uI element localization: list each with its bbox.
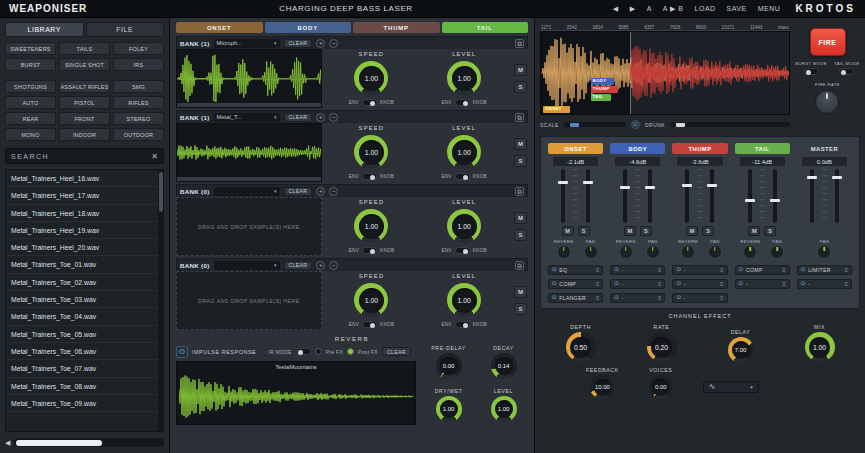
burst-mode-toggle[interactable] bbox=[804, 68, 819, 75]
fx-slot[interactable]: ⏻ - ≡ bbox=[797, 279, 852, 289]
tail-mode-toggle[interactable] bbox=[839, 68, 854, 75]
env-knob-toggle[interactable] bbox=[455, 247, 470, 254]
channel-faders[interactable] bbox=[810, 169, 839, 223]
depth-knob[interactable]: 0.50 bbox=[566, 332, 596, 362]
env-knob-toggle[interactable] bbox=[362, 321, 377, 328]
menu-icon[interactable]: ≡ bbox=[720, 267, 724, 273]
file-item[interactable]: Metal_Trainers_Toe_04.wav bbox=[6, 308, 163, 325]
drunk-power-button[interactable]: ⏻ bbox=[631, 120, 640, 129]
channel-mute-button[interactable]: M bbox=[748, 226, 760, 236]
category-button[interactable]: SINGLE SHOT bbox=[59, 58, 110, 71]
power-icon[interactable]: ⏻ bbox=[552, 267, 556, 273]
channel-header[interactable]: TAIL bbox=[735, 143, 790, 154]
category-button[interactable]: TAILS bbox=[59, 42, 110, 55]
sample-waveform[interactable] bbox=[176, 123, 322, 182]
category-button[interactable]: IRS bbox=[113, 58, 164, 71]
impulse-response-display[interactable]: TeslaMountains bbox=[176, 361, 416, 425]
remove-sample-icon[interactable]: − bbox=[329, 39, 338, 48]
add-sample-icon[interactable]: + bbox=[316, 39, 325, 48]
ir-clear-button[interactable]: CLEAR bbox=[382, 347, 411, 356]
tab-library[interactable]: LIBRARY bbox=[5, 22, 84, 37]
drunk-slider-thumb[interactable] bbox=[676, 123, 685, 127]
engine-tab[interactable]: TAIL bbox=[442, 22, 529, 33]
menu-icon[interactable]: ≡ bbox=[782, 267, 786, 273]
engine-tab[interactable]: ONSET bbox=[176, 22, 263, 33]
fx-slot[interactable]: ⏻ - ≡ bbox=[672, 265, 727, 275]
scale-slider[interactable] bbox=[564, 122, 626, 127]
file-item[interactable]: Metal_Trainers_Toe_01.wav bbox=[6, 256, 163, 273]
speed-knob[interactable]: 1.00 bbox=[354, 209, 388, 243]
category-button[interactable]: INDOOR bbox=[59, 128, 110, 141]
power-icon[interactable]: ⏻ bbox=[676, 295, 680, 301]
remove-sample-icon[interactable]: − bbox=[329, 261, 338, 270]
env-knob-toggle[interactable] bbox=[362, 247, 377, 254]
pre-delay-knob[interactable]: 0.00 bbox=[436, 353, 462, 379]
fx-slot[interactable]: ⏻ - ≡ bbox=[610, 279, 665, 289]
region-chip-onset[interactable]: ONSET bbox=[543, 106, 570, 113]
channel-header[interactable]: BODY bbox=[610, 143, 665, 154]
feedback-knob[interactable]: 10.00 bbox=[590, 375, 614, 399]
solo-button[interactable]: S bbox=[514, 229, 527, 241]
menu-icon[interactable]: ≡ bbox=[720, 281, 724, 287]
region-chip-tail[interactable]: TAIL bbox=[591, 94, 612, 101]
save-button[interactable]: SAVE bbox=[727, 5, 747, 12]
file-item[interactable]: Metal_Trainers_Toe_08.wav bbox=[6, 378, 163, 395]
level-knob[interactable]: 1.00 bbox=[447, 61, 481, 95]
ir-mode-toggle[interactable] bbox=[296, 348, 311, 355]
add-sample-icon[interactable]: + bbox=[316, 261, 325, 270]
fx-slot[interactable]: ⏻ - ≡ bbox=[672, 293, 727, 303]
pan-knob[interactable] bbox=[770, 245, 784, 259]
timeline-display[interactable]: BODY THUMP TAIL ONSET bbox=[540, 31, 790, 115]
power-icon[interactable]: ⏻ bbox=[801, 281, 805, 287]
reverb-send-knob[interactable] bbox=[681, 245, 695, 259]
list-scrollbar-thumb[interactable] bbox=[159, 172, 163, 212]
menu-icon[interactable]: ≡ bbox=[782, 281, 786, 287]
mute-button[interactable]: M bbox=[514, 212, 527, 224]
category-button[interactable]: SHOTGUNS bbox=[5, 80, 56, 93]
reverb-level-knob[interactable]: 1.00 bbox=[491, 396, 517, 422]
category-button[interactable]: SMG bbox=[113, 80, 164, 93]
channel-solo-button[interactable]: S bbox=[578, 226, 590, 236]
menu-icon[interactable]: ≡ bbox=[844, 267, 848, 273]
menu-icon[interactable]: ≡ bbox=[658, 267, 662, 273]
add-sample-icon[interactable]: + bbox=[316, 187, 325, 196]
clear-button[interactable]: CLEAR bbox=[284, 261, 313, 270]
region-chip-thump[interactable]: THUMP bbox=[591, 86, 618, 93]
power-icon[interactable]: ⏻ bbox=[614, 295, 618, 301]
power-icon[interactable]: ⏻ bbox=[552, 281, 556, 287]
fx-slot[interactable]: ⏻ COMP ≡ bbox=[548, 279, 603, 289]
expand-icon[interactable]: ⧉ bbox=[515, 39, 524, 48]
load-button[interactable]: LOAD bbox=[695, 5, 716, 12]
expand-icon[interactable]: ⧉ bbox=[515, 113, 524, 122]
fx-slot[interactable]: ⏻ LIMITER ≡ bbox=[797, 265, 852, 275]
file-item[interactable]: Metal_Trainers_Toe_05.wav bbox=[6, 326, 163, 343]
fx-slot[interactable]: ⏻ EQ ≡ bbox=[548, 265, 603, 275]
category-button[interactable]: FOLEY bbox=[113, 42, 164, 55]
channel-header[interactable]: THUMP bbox=[672, 143, 727, 154]
fx-slot[interactable]: ⏻ - ≡ bbox=[672, 279, 727, 289]
channel-faders[interactable] bbox=[623, 169, 652, 223]
category-button[interactable]: AUTO bbox=[5, 96, 56, 109]
menu-icon[interactable]: ≡ bbox=[844, 281, 848, 287]
channel-solo-button[interactable]: S bbox=[764, 226, 776, 236]
remove-sample-icon[interactable]: − bbox=[329, 187, 338, 196]
engine-tab[interactable]: BODY bbox=[265, 22, 352, 33]
fx-slot[interactable]: ⏻ COMP ≡ bbox=[735, 265, 790, 275]
channel-mute-button[interactable]: M bbox=[686, 226, 698, 236]
clear-button[interactable]: CLEAR bbox=[284, 39, 313, 48]
category-button[interactable]: RIFLES bbox=[113, 96, 164, 109]
drop-zone[interactable]: DRAG AND DROP SAMPLE(S) HERE bbox=[176, 197, 322, 256]
power-icon[interactable]: ⏻ bbox=[552, 295, 556, 301]
dry-wet-knob[interactable]: 1.00 bbox=[436, 396, 462, 422]
tab-file[interactable]: FILE bbox=[86, 22, 165, 37]
power-icon[interactable]: ⏻ bbox=[676, 267, 680, 273]
clear-button[interactable]: CLEAR bbox=[284, 187, 313, 196]
level-knob[interactable]: 1.00 bbox=[447, 283, 481, 317]
channel-faders[interactable] bbox=[748, 169, 777, 223]
file-item[interactable]: Metal_Trainers_Heel_18.wav bbox=[6, 205, 163, 222]
mute-button[interactable]: M bbox=[514, 64, 527, 76]
category-button[interactable]: PISTOL bbox=[59, 96, 110, 109]
file-item[interactable]: Metal_Trainers_Toe_07.wav bbox=[6, 360, 163, 377]
search-input[interactable] bbox=[11, 153, 151, 160]
file-item[interactable]: Metal_Trainers_Toe_06.wav bbox=[6, 343, 163, 360]
